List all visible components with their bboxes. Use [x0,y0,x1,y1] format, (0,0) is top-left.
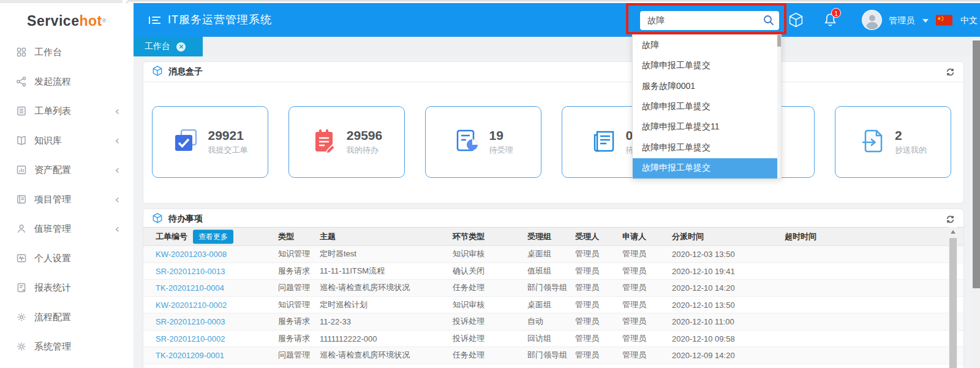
brand-registered-mark: ® [102,18,107,24]
cell-step: 确认关闭 [453,266,484,277]
sidebar-item-ticket-list[interactable]: 工单列表 [0,96,134,126]
suggestion-item-selected[interactable]: 故障申报工单提交 [633,158,781,178]
sidebar-item-personal-settings[interactable]: 个人设置 [0,243,134,273]
sidebar-item-workflow-config[interactable]: 流程配置 [0,302,134,332]
cell-group: 部门领导组 [527,282,567,293]
china-flag-icon[interactable] [936,15,952,28]
sidebar-item-project-mgmt[interactable]: 项目管理 [0,185,134,214]
search-suggestion-dropdown: 故障 故障申报工单提交 服务故障0001 故障申报工单提交 故障申报工单提交11… [632,34,782,179]
stat-card-submitted[interactable]: 29921我提交工单 [152,106,268,178]
cell-dispatch-time: 2020-12-10 11:00 [672,317,734,326]
sidebar-item-duty-mgmt[interactable]: 值班管理 [0,214,134,243]
current-user-name[interactable]: 管理员 [889,15,914,26]
col-header: 主题 [320,231,336,242]
search-input[interactable] [640,11,756,30]
cell-subject: 1111112222-000 [320,334,377,343]
refresh-icon[interactable] [946,215,955,226]
global-search [640,11,779,30]
stat-card-cc-me[interactable]: 2抄送我的 [835,106,951,178]
cell-handler: 管理员 [575,350,599,361]
ticket-link[interactable]: KW-20201210-0002 [156,300,227,309]
sidebar-item-asset-config[interactable]: 资产配置 [0,155,134,185]
suggestion-item[interactable]: 故障申报工单提交 [633,55,781,75]
cell-step: 投诉处理 [453,333,484,344]
sidebar-item-knowledge-base[interactable]: 知识库 [0,126,134,155]
top-header-bar: IT服务运营管理系统 1 管理员 中文 [134,3,980,37]
tab-workbench[interactable]: 工作台 [134,37,203,56]
avatar[interactable] [862,10,882,30]
suggestion-item[interactable]: 服务故障0001 [633,76,781,96]
table-row: TK-20201209-0001 问题管理 巡检-请检查机房环境状况 任务处理 … [143,347,963,364]
ticket-link[interactable]: TK-20201210-0004 [156,283,224,293]
brand-part1: Service [27,13,79,29]
sidebar-item-system-mgmt[interactable]: 系统管理 [0,332,134,361]
suggestion-item[interactable]: 故障 [633,35,781,55]
stat-value: 2 [895,128,927,143]
sidebar-item-label: 知识库 [34,135,62,147]
col-header: 分派时间 [672,231,704,242]
doc-pie-icon [454,128,481,156]
search-icon[interactable] [763,14,775,28]
cell-step: 任务处理 [453,282,484,293]
apps-cube-icon[interactable] [789,12,803,29]
sidebar-item-label: 个人设置 [34,253,71,264]
cell-group: 部门领导组 [527,350,567,361]
cell-dispatch-time: 2020-12-03 13:50 [672,250,735,259]
table-row: KW-20201210-0002 知识管理 定时巡检计划 知识审核 桌面组 管理… [143,297,963,314]
submitted-ticket-icon [173,128,200,156]
sidebar-item-label: 项目管理 [34,194,71,205]
stat-card-my-todo[interactable]: 29596我的待办 [288,106,405,178]
sidebar-item-label: 流程配置 [34,312,71,323]
dropdown-scrollbar[interactable] [777,35,781,178]
ticket-link[interactable]: SR-20201210-0013 [156,266,225,275]
brand-logo[interactable]: Servicehot® [0,3,134,39]
table-scrollbar[interactable] [949,227,957,368]
cell-step: 投诉处理 [453,316,484,327]
sidebar-collapse-icon[interactable] [148,15,162,28]
cell-applicant: 管理员 [622,299,646,310]
page-scrollbar[interactable] [973,37,980,368]
sidebar-item-report-stats[interactable]: 报表统计 [0,273,134,302]
tab-close-icon[interactable] [176,42,186,52]
chevron-left-icon [114,195,121,205]
sidebar-item-start-process[interactable]: 发起流程 [0,67,134,96]
person-icon [16,223,27,234]
ticket-link[interactable]: SR-20201210-0002 [156,334,225,343]
suggestion-item[interactable]: 故障申报工单提交 [633,96,781,117]
message-box-header: 消息盒子 [143,62,963,82]
cell-handler: 管理员 [575,299,599,310]
cell-applicant: 管理员 [622,282,646,293]
todo-table: 工单编号查看更多 类型 主题 环节类型 受理组 受理人 申请人 分派时间 超时时… [143,227,963,364]
newspaper-icon [590,128,617,156]
ticket-link[interactable]: TK-20201209-0001 [156,351,224,360]
page-scrollbar-thumb[interactable] [973,40,980,288]
table-scrollbar-thumb[interactable] [949,238,957,368]
dropdown-scrollbar-thumb[interactable] [777,35,781,47]
cell-dispatch-time: 2020-12-09 14:20 [672,351,735,360]
sidebar-item-workbench[interactable]: 工作台 [0,37,134,67]
refresh-icon[interactable] [946,67,955,79]
table-header-row: 工单编号查看更多 类型 主题 环节类型 受理组 受理人 申请人 分派时间 超时时… [143,227,963,246]
cell-handler: 管理员 [575,248,599,259]
browser-tab-fragment [0,0,123,3]
cell-applicant: 管理员 [622,266,646,277]
cell-group: 桌面组 [527,299,551,310]
scroll-up-arrow-icon[interactable] [949,227,957,236]
stat-card-pending-accept[interactable]: 19待受理 [425,106,541,178]
col-header: 环节类型 [453,231,484,242]
ticket-link[interactable]: SR-20201210-0003 [156,317,225,326]
language-switch[interactable]: 中文 [960,15,978,26]
view-more-button[interactable]: 查看更多 [193,229,233,243]
sidebar-item-label: 工作台 [34,47,62,58]
sidebar-item-label: 值班管理 [34,223,71,235]
sidebar-item-label: 资产配置 [34,164,71,176]
ticket-link[interactable]: KW-20201203-0008 [156,250,227,259]
suggestion-item[interactable]: 故障申报工单提交 [633,137,781,158]
notification-bell-icon[interactable]: 1 [824,13,837,29]
chevron-left-icon [114,107,121,117]
cube-icon [153,66,162,78]
table-row: SR-20201210-0002 服务请求 1111112222-000 投诉处… [143,331,963,348]
suggestion-item[interactable]: 故障申报工单提交11 [633,117,781,137]
cell-group: 桌面组 [527,248,551,259]
table-row: SR-20201210-0003 服务请求 11-22-33 投诉处理 自动 管… [143,313,963,331]
